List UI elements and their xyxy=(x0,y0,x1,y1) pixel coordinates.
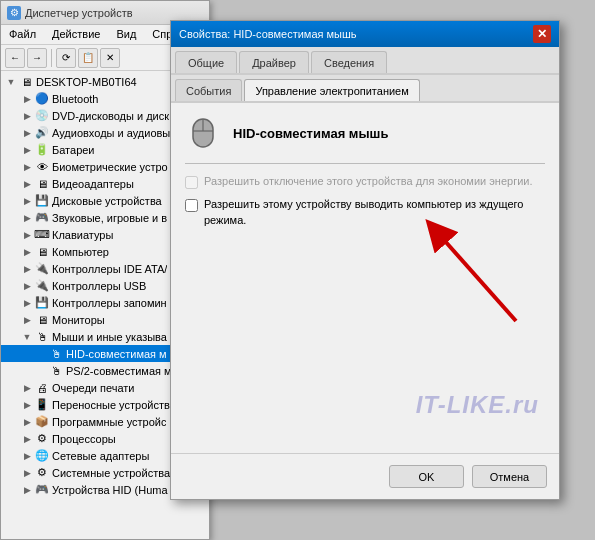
toolbar-scan[interactable]: ⟳ xyxy=(56,48,76,68)
expand-hid xyxy=(35,348,47,360)
system-label: Системные устройства xyxy=(52,467,170,479)
toolbar-remove[interactable]: ✕ xyxy=(100,48,120,68)
biometric-label: Биометрические устро xyxy=(52,161,168,173)
ps2-label: PS/2-совместимая м xyxy=(66,365,172,377)
expand-software: ▶ xyxy=(21,416,33,428)
hid-devices-icon: 🎮 xyxy=(35,483,49,497)
allow-wakeup-checkbox[interactable] xyxy=(185,199,198,212)
storage-icon: 💾 xyxy=(35,296,49,310)
computer-icon: 🖥 xyxy=(35,245,49,259)
dvd-label: DVD-дисководы и диск xyxy=(52,110,169,122)
battery-label: Батареи xyxy=(52,144,95,156)
expand-storage: ▶ xyxy=(21,297,33,309)
checkbox-row-2: Разрешить этому устройству выводить комп… xyxy=(185,197,545,228)
keyboard-icon: ⌨ xyxy=(35,228,49,242)
allow-wakeup-label: Разрешить этому устройству выводить комп… xyxy=(204,197,545,228)
portable-icon: 📱 xyxy=(35,398,49,412)
tab-power[interactable]: Управление электропитанием xyxy=(244,79,419,101)
sound-icon: 🎮 xyxy=(35,211,49,225)
expand-ide: ▶ xyxy=(21,263,33,275)
expand-processors: ▶ xyxy=(21,433,33,445)
expand-bluetooth: ▶ xyxy=(21,93,33,105)
usb-icon: 🔌 xyxy=(35,279,49,293)
toolbar-separator xyxy=(51,49,52,67)
menu-view[interactable]: Вид xyxy=(108,27,144,42)
expand-dvd: ▶ xyxy=(21,110,33,122)
expand-keyboard: ▶ xyxy=(21,229,33,241)
dvd-icon: 💿 xyxy=(35,109,49,123)
cancel-button[interactable]: Отмена xyxy=(472,465,547,488)
display-label: Видеоадаптеры xyxy=(52,178,134,190)
tab-driver[interactable]: Драйвер xyxy=(239,51,309,73)
tab-details[interactable]: Сведения xyxy=(311,51,387,73)
dialog-close-button[interactable]: ✕ xyxy=(533,25,551,43)
expand-print: ▶ xyxy=(21,382,33,394)
audio-icon: 🔊 xyxy=(35,126,49,140)
root-icon: 🖥 xyxy=(19,75,33,89)
expand-sound: ▶ xyxy=(21,212,33,224)
checkbox-row-1: Разрешить отключение этого устройства дл… xyxy=(185,174,545,189)
expand-usb: ▶ xyxy=(21,280,33,292)
hid-devices-label: Устройства HID (Huma xyxy=(52,484,168,496)
dialog-titlebar: Свойства: HID-совместимая мышь ✕ xyxy=(171,21,559,47)
mice-icon: 🖱 xyxy=(35,330,49,344)
expand-root: ▼ xyxy=(5,76,17,88)
computer-label: Компьютер xyxy=(52,246,109,258)
bluetooth-label: Bluetooth xyxy=(52,93,98,105)
allow-disable-label: Разрешить отключение этого устройства дл… xyxy=(204,174,533,189)
processors-label: Процессоры xyxy=(52,433,116,445)
expand-monitor: ▶ xyxy=(21,314,33,326)
device-name-label: HID-совместимая мышь xyxy=(233,126,388,141)
monitor-icon: 🖥 xyxy=(35,313,49,327)
expand-battery: ▶ xyxy=(21,144,33,156)
expand-disk: ▶ xyxy=(21,195,33,207)
allow-disable-checkbox[interactable] xyxy=(185,176,198,189)
mouse-svg-icon xyxy=(185,117,221,149)
hid-label: HID-совместимая м xyxy=(66,348,167,360)
expand-system: ▶ xyxy=(21,467,33,479)
monitor-label: Мониторы xyxy=(52,314,105,326)
processors-icon: ⚙ xyxy=(35,432,49,446)
system-icon: ⚙ xyxy=(35,466,49,480)
expand-biometric: ▶ xyxy=(21,161,33,173)
ide-icon: 🔌 xyxy=(35,262,49,276)
biometric-icon: 👁 xyxy=(35,160,49,174)
network-label: Сетевые адаптеры xyxy=(52,450,149,462)
expand-portable: ▶ xyxy=(21,399,33,411)
audio-label: Аудиовходы и аудиовы xyxy=(52,127,170,139)
toolbar-forward[interactable]: → xyxy=(27,48,47,68)
properties-dialog: Свойства: HID-совместимая мышь ✕ Общие Д… xyxy=(170,20,560,500)
usb-label: Контроллеры USB xyxy=(52,280,146,292)
software-label: Программные устройс xyxy=(52,416,166,428)
ide-label: Контроллеры IDE ATA/ xyxy=(52,263,167,275)
menu-file[interactable]: Файл xyxy=(1,27,44,42)
network-icon: 🌐 xyxy=(35,449,49,463)
portable-label: Переносные устройства xyxy=(52,399,176,411)
tabs-row-2: События Управление электропитанием xyxy=(171,75,559,103)
print-icon: 🖨 xyxy=(35,381,49,395)
expand-display: ▶ xyxy=(21,178,33,190)
sound-label: Звуковые, игровые и в xyxy=(52,212,167,224)
dialog-footer: OK Отмена xyxy=(171,453,559,499)
ps2-icon: 🖱 xyxy=(49,364,63,378)
disk-label: Дисковые устройства xyxy=(52,195,162,207)
toolbar-back[interactable]: ← xyxy=(5,48,25,68)
root-label: DESKTOP-MB0TI64 xyxy=(36,76,137,88)
expand-computer: ▶ xyxy=(21,246,33,258)
hid-icon: 🖱 xyxy=(49,347,63,361)
menu-action[interactable]: Действие xyxy=(44,27,108,42)
tab-general[interactable]: Общие xyxy=(175,51,237,73)
expand-network: ▶ xyxy=(21,450,33,462)
software-icon: 📦 xyxy=(35,415,49,429)
device-header: HID-совместимая мышь xyxy=(185,117,545,149)
device-manager-icon: ⚙ xyxy=(7,6,21,20)
ok-button[interactable]: OK xyxy=(389,465,464,488)
dialog-title: Свойства: HID-совместимая мышь xyxy=(179,28,357,40)
dialog-content: HID-совместимая мышь Разрешить отключени… xyxy=(171,103,559,451)
toolbar-properties[interactable]: 📋 xyxy=(78,48,98,68)
expand-hid-devices: ▶ xyxy=(21,484,33,496)
mice-label: Мыши и иные указыва xyxy=(52,331,167,343)
bluetooth-icon: 🔵 xyxy=(35,92,49,106)
tab-events[interactable]: События xyxy=(175,79,242,101)
expand-ps2 xyxy=(35,365,47,377)
